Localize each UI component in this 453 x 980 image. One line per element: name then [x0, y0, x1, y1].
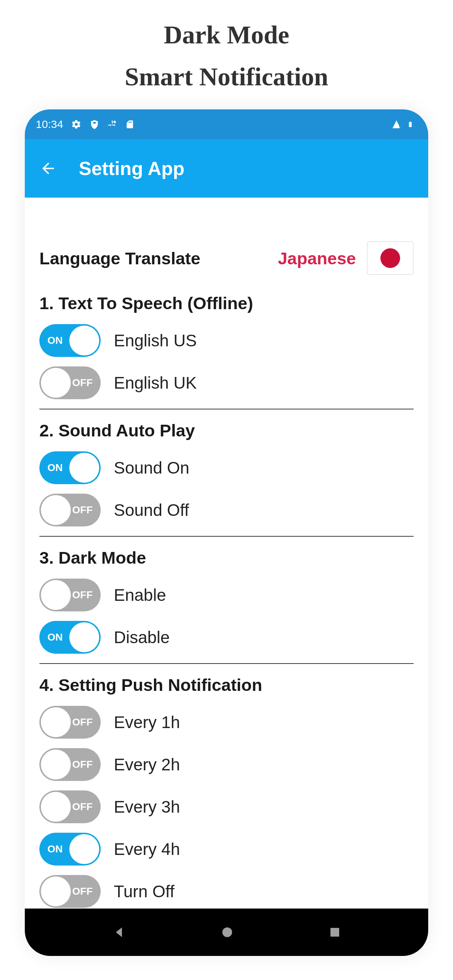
- signal-icon: !: [391, 119, 402, 129]
- svg-point-0: [113, 121, 116, 123]
- section-tts: 1. Text To Speech (Offline) ON English U…: [39, 293, 414, 399]
- toggle-every-1h[interactable]: OFF: [39, 706, 100, 739]
- language-value: Japanese: [278, 248, 356, 268]
- label-every-1h: Every 1h: [114, 713, 180, 732]
- phone-frame: 10:34 ! Setting App: [25, 110, 428, 956]
- sd-card-icon: [125, 119, 135, 130]
- shield-icon: [89, 119, 100, 129]
- section-sound-title: 2. Sound Auto Play: [39, 420, 414, 441]
- toggle-every-3h[interactable]: OFF: [39, 791, 100, 823]
- section-dark: 3. Dark Mode OFF Enable ON Disable: [39, 547, 414, 654]
- nav-back-button[interactable]: [112, 925, 126, 940]
- page-heading-2: Smart Notification: [0, 62, 453, 92]
- label-every-2h: Every 2h: [114, 755, 180, 775]
- nav-home-button[interactable]: [220, 925, 234, 940]
- toggle-english-uk[interactable]: OFF: [39, 366, 100, 399]
- battery-icon: [407, 119, 414, 130]
- toggle-sound-off[interactable]: OFF: [39, 494, 100, 527]
- language-row[interactable]: Language Translate Japanese: [39, 241, 414, 275]
- section-push-title: 4. Setting Push Notification: [39, 675, 414, 695]
- section-tts-title: 1. Text To Speech (Offline): [39, 293, 414, 313]
- label-every-4h: Every 4h: [114, 839, 180, 859]
- divider: [39, 663, 414, 664]
- toggle-english-us[interactable]: ON: [39, 324, 100, 357]
- label-every-3h: Every 3h: [114, 797, 180, 817]
- divider: [39, 536, 414, 537]
- status-bar: 10:34 !: [25, 110, 428, 139]
- status-time: 10:34: [36, 118, 63, 130]
- label-english-us: English US: [114, 331, 197, 350]
- label-dark-enable: Enable: [114, 585, 166, 605]
- toggle-every-4h[interactable]: ON: [39, 833, 100, 865]
- nav-recents-button[interactable]: [328, 926, 341, 939]
- page-heading-1: Dark Mode: [0, 0, 453, 51]
- toggle-every-2h[interactable]: OFF: [39, 748, 100, 781]
- divider: [39, 409, 414, 409]
- section-push: 4. Setting Push Notification OFF Every 1…: [39, 675, 414, 908]
- section-sound: 2. Sound Auto Play ON Sound On OFF Sound…: [39, 420, 414, 527]
- svg-rect-3: [330, 928, 339, 937]
- language-label: Language Translate: [39, 248, 200, 268]
- label-sound-off: Sound Off: [114, 500, 189, 520]
- japan-flag-icon: [367, 241, 414, 275]
- svg-text:!: !: [399, 125, 400, 129]
- android-nav-bar: [25, 908, 428, 956]
- back-button[interactable]: [39, 160, 57, 177]
- section-dark-title: 3. Dark Mode: [39, 547, 414, 568]
- app-bar: Setting App: [25, 139, 428, 197]
- gear-icon: [71, 119, 81, 129]
- label-dark-disable: Disable: [114, 627, 170, 647]
- label-turn-off: Turn Off: [114, 881, 174, 901]
- toggle-dark-enable[interactable]: OFF: [39, 579, 100, 611]
- label-sound-on: Sound On: [114, 458, 189, 477]
- data-icon: [108, 119, 117, 129]
- toggle-sound-on[interactable]: ON: [39, 451, 100, 484]
- app-bar-title: Setting App: [79, 158, 185, 180]
- label-english-uk: English UK: [114, 373, 197, 393]
- toggle-dark-disable[interactable]: ON: [39, 621, 100, 654]
- toggle-turn-off[interactable]: OFF: [39, 875, 100, 908]
- svg-point-2: [222, 928, 232, 937]
